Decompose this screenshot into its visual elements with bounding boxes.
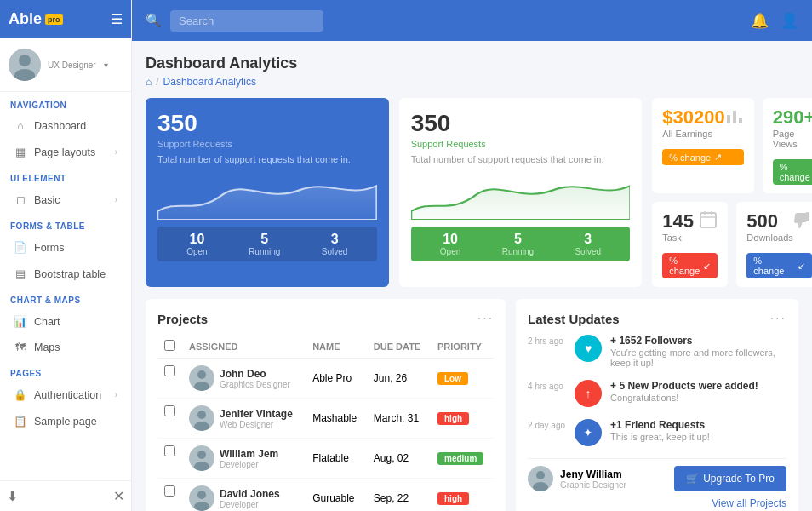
layout-icon: ▦	[14, 146, 27, 158]
person-avatar	[189, 445, 214, 471]
svg-rect-4	[733, 111, 736, 123]
sidebar: Ablepro ☰ UX Designer ▾ Navigation ⌂ Das…	[0, 0, 132, 511]
stat-footer-item-solved-g: 3 Solved	[575, 232, 601, 256]
mini-cards-row1: $30200 All Earnings % change ↗	[652, 98, 798, 193]
person-name: William Jem	[220, 448, 278, 460]
stat-card-support-blue: 350 Support Requests Total number of sup…	[146, 98, 389, 287]
person-info: John Deo Graphics Designer	[220, 368, 290, 389]
update-icon: ↑	[575, 380, 602, 407]
main-panel: 🔍 🔔 👤 Dashboard Analytics ⌂ / Dashboard …	[132, 0, 812, 511]
file2-icon: 📋	[14, 415, 27, 428]
update-desc: Congratulations!	[610, 393, 758, 403]
cart-icon: 🛒	[686, 473, 699, 485]
update-profile: Jeny William Graphic Designer 🛒 Upgrade …	[528, 458, 786, 491]
sidebar-item-chart[interactable]: 📊 Chart	[3, 309, 128, 334]
sidebar-profile: UX Designer ▾	[0, 38, 131, 92]
projects-card-header: Projects ···	[157, 311, 494, 326]
earnings-badge[interactable]: % change ↗	[662, 149, 743, 165]
upgrade-button[interactable]: 🛒 Upgrade To Pro	[674, 466, 786, 491]
svg-rect-10	[700, 213, 716, 227]
update-title: + 5 New Products were added!	[610, 380, 758, 392]
person-name: David Jones	[220, 488, 280, 500]
row-checkbox[interactable]	[164, 405, 175, 416]
view-all-link[interactable]: View all Projects	[712, 497, 786, 509]
update-body: + 1652 Followers You're getting more and…	[610, 335, 786, 368]
sidebar-item-dashboard[interactable]: ⌂ Dashboard	[3, 114, 128, 138]
chart-bar-icon	[725, 106, 744, 129]
profile-avatar	[528, 466, 553, 491]
pageviews-badge[interactable]: % change ↗	[773, 159, 812, 185]
sidebar-header: Ablepro ☰	[0, 0, 131, 38]
updates-title: Latest Updates	[528, 312, 620, 326]
person-role: Developer	[220, 460, 278, 469]
table-header-row: ASSIGNED NAME DUE DATE PRIORITY	[157, 335, 494, 359]
lock-icon: 🔒	[14, 388, 27, 401]
person-name: John Deo	[220, 368, 290, 380]
due-date: Sep, 22	[367, 479, 431, 512]
avatar	[9, 49, 41, 81]
search-icon: 🔍	[146, 13, 162, 28]
mini-card-downloads: 500 Downloads % change ↙	[736, 202, 812, 287]
sidebar-hamburger[interactable]: ☰	[111, 11, 123, 27]
profile-name[interactable]: UX Designer ▾	[48, 59, 108, 71]
due-date: Aug, 02	[367, 439, 431, 479]
due-date: March, 31	[367, 399, 431, 439]
pageviews-label: Page Views	[773, 129, 812, 149]
sidebar-item-bootstrap-table[interactable]: ▤ Bootstrap table	[3, 261, 128, 286]
downloads-badge[interactable]: % change ↙	[746, 253, 811, 278]
download-icon[interactable]: ⬇	[7, 488, 18, 504]
stat-chart-blue	[157, 173, 377, 220]
bell-icon[interactable]: 🔔	[751, 12, 769, 30]
select-all-checkbox[interactable]	[164, 340, 175, 351]
task-badge[interactable]: % change ↙	[662, 253, 718, 278]
breadcrumb-home-icon[interactable]: ⌂	[146, 76, 152, 88]
row-checkbox[interactable]	[164, 485, 175, 497]
stat-footer-item-solved: 3 Solved	[322, 232, 348, 256]
pageviews-num: 290+	[773, 106, 812, 129]
person-avatar	[189, 485, 214, 511]
col-priority: PRIORITY	[431, 335, 494, 359]
sidebar-item-page-layouts[interactable]: ▦ Page layouts ›	[3, 140, 128, 164]
table-row: John Deo Graphics Designer Able Pro Jun,…	[157, 359, 494, 399]
user-icon[interactable]: 👤	[781, 12, 798, 30]
sidebar-item-basic[interactable]: ◻ Basic ›	[3, 187, 128, 212]
table-row: William Jem Developer Flatable Aug, 02 m…	[157, 439, 494, 479]
chart-icon: 📊	[14, 315, 27, 328]
mini-card-earnings: $30200 All Earnings % change ↗	[652, 98, 753, 193]
svg-point-25	[197, 491, 206, 499]
svg-point-16	[197, 370, 206, 379]
svg-point-22	[197, 451, 206, 459]
update-desc: This is great, keep it up!	[610, 432, 710, 442]
page-header: Dashboard Analytics ⌂ / Dashboard Analyt…	[146, 55, 798, 88]
profile-role: Graphic Designer	[560, 480, 626, 490]
project-name: Able Pro	[306, 359, 367, 399]
updates-list: 2 hrs ago ♥ + 1652 Followers You're gett…	[528, 335, 786, 446]
row-checkbox[interactable]	[164, 365, 175, 376]
updates-more-button[interactable]: ···	[770, 311, 786, 326]
stat-num-green: 350	[411, 110, 631, 137]
row-checkbox[interactable]	[164, 445, 175, 456]
close-icon[interactable]: ✕	[113, 488, 124, 504]
task-label: Task	[662, 233, 694, 243]
profile-info: Jeny William Graphic Designer	[560, 468, 626, 490]
stat-footer-item-running-g: 5 Running	[502, 232, 534, 256]
sidebar-item-maps[interactable]: 🗺 Maps	[3, 336, 128, 359]
sidebar-item-authentication[interactable]: 🔒 Authentication ›	[3, 382, 128, 407]
stat-footer-item-open: 10 Open	[186, 232, 207, 256]
sidebar-item-forms[interactable]: 📄 Forms	[3, 235, 128, 260]
svg-rect-3	[727, 115, 730, 123]
stat-card-support-green: 350 Support Requests Total number of sup…	[399, 98, 643, 287]
projects-more-button[interactable]: ···	[477, 311, 494, 326]
person-info: David Jones Developer	[220, 488, 280, 509]
sidebar-item-sample-page[interactable]: 📋 Sample page	[3, 409, 128, 433]
topbar: 🔍 🔔 👤	[132, 0, 812, 41]
mini-card-task: 145 Task % change ↙	[652, 202, 728, 287]
update-icon: ✦	[575, 419, 602, 446]
search-input[interactable]	[170, 10, 323, 32]
person-role: Graphics Designer	[220, 380, 290, 389]
thumbs-down-icon	[793, 210, 812, 234]
arrow-up-icon: ↗	[714, 152, 722, 163]
chevron-right-icon: ›	[115, 390, 117, 399]
update-body: +1 Friend Requests This is great, keep i…	[610, 419, 710, 442]
svg-point-19	[197, 411, 206, 419]
